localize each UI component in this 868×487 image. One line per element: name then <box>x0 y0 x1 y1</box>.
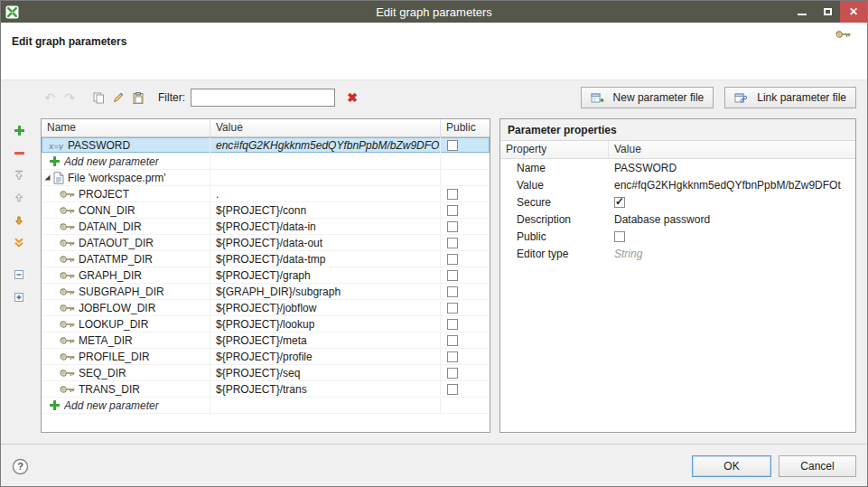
public-checkbox[interactable] <box>447 189 458 200</box>
property-row[interactable]: Public <box>500 228 855 245</box>
move-top-icon[interactable] <box>11 167 27 183</box>
param-name-label: DATATMP_DIR <box>79 253 153 266</box>
public-checkbox[interactable] <box>447 254 458 265</box>
param-public-cell <box>441 349 490 364</box>
parameter-icon: x=y <box>49 141 64 150</box>
minimize-icon <box>798 14 807 15</box>
param-value-cell: ${PROJECT}/data-in <box>210 219 441 234</box>
ok-button[interactable]: OK <box>692 455 771 477</box>
property-row[interactable]: Secure <box>500 193 855 211</box>
add-parameter-icon[interactable] <box>11 122 27 138</box>
property-value[interactable]: PASSWORD <box>609 162 855 174</box>
parameter-row[interactable]: DATAOUT_DIR${PROJECT}/data-out <box>42 235 490 251</box>
add-icon[interactable] <box>49 399 61 411</box>
parameter-row[interactable]: CONN_DIR${PROJECT}/conn <box>42 202 490 219</box>
property-row[interactable]: DescriptionDatabase password <box>500 211 855 228</box>
parameter-row[interactable]: x=yPASSWORDenc#fqG2KHgkknm5edQYfbnPpbM/b… <box>42 137 490 154</box>
new-parameter-file-button[interactable]: New parameter file <box>581 87 714 108</box>
column-header-value[interactable]: Value <box>210 119 441 136</box>
collapse-all-icon[interactable] <box>11 267 27 283</box>
property-value[interactable]: enc#fqG2KHgkknm5edQYfbnPpbM/bZw9DFOt <box>609 179 855 192</box>
move-bottom-icon[interactable] <box>11 235 27 251</box>
undo-icon[interactable]: ↶ <box>41 89 59 107</box>
public-checkbox[interactable] <box>614 231 625 242</box>
param-name-label: JOBFLOW_DIR <box>79 302 155 314</box>
param-value-cell: ${PROJECT}/trans <box>210 381 441 397</box>
expand-all-icon[interactable] <box>11 289 27 305</box>
public-checkbox[interactable] <box>447 238 458 248</box>
parameter-row[interactable]: JOBFLOW_DIR${PROJECT}/jobflow <box>42 300 490 316</box>
property-name: Secure <box>500 196 609 209</box>
parameter-table-header: Name Value Public <box>42 119 490 137</box>
parameter-row[interactable]: PROJECT. <box>42 186 490 202</box>
side-toolbar <box>6 118 32 433</box>
property-value[interactable]: Database password <box>609 213 855 226</box>
edit-icon[interactable] <box>109 89 127 107</box>
public-checkbox[interactable] <box>447 384 458 395</box>
maximize-button[interactable] <box>815 1 840 23</box>
minimize-button[interactable] <box>789 1 815 23</box>
parameter-row[interactable]: META_DIR${PROJECT}/meta <box>42 332 490 349</box>
public-checkbox[interactable] <box>447 286 458 297</box>
property-value[interactable]: String <box>609 248 855 260</box>
add-icon[interactable] <box>49 155 61 167</box>
file-icon <box>53 172 64 184</box>
parameter-row[interactable]: DATAIN_DIR${PROJECT}/data-in <box>42 219 490 235</box>
public-checkbox[interactable] <box>447 205 458 216</box>
public-checkbox[interactable] <box>447 140 458 151</box>
parameter-row[interactable]: GRAPH_DIR${PROJECT}/graph <box>42 267 490 284</box>
key-icon <box>60 304 75 313</box>
dialog-header: Edit graph parameters <box>1 23 867 80</box>
move-down-icon[interactable] <box>11 212 27 229</box>
redo-icon[interactable]: ↷ <box>61 89 79 107</box>
titlebar: Edit graph parameters ✕ <box>1 1 867 23</box>
public-checkbox[interactable] <box>447 368 458 379</box>
property-row[interactable]: Editor typeString <box>500 245 855 262</box>
add-new-parameter-row[interactable]: Add new parameter <box>42 398 490 414</box>
parameter-row[interactable]: SEQ_DIR${PROJECT}/seq <box>42 365 490 381</box>
parameter-file-row[interactable]: File 'workspace.prm' <box>42 170 490 186</box>
parameter-row[interactable]: LOOKUP_DIR${PROJECT}/lookup <box>42 316 490 332</box>
public-checkbox[interactable] <box>447 270 458 281</box>
add-new-parameter-row[interactable]: Add new parameter <box>42 154 490 170</box>
param-value-cell <box>210 154 441 169</box>
expander-icon[interactable] <box>43 173 51 182</box>
clear-filter-icon[interactable]: ✖ <box>344 89 360 106</box>
param-name-label: SEQ_DIR <box>79 367 126 379</box>
column-header-public[interactable]: Public <box>441 119 490 136</box>
copy-icon[interactable] <box>89 89 107 107</box>
close-button[interactable]: ✕ <box>840 1 867 23</box>
content-area: Name Value Public x=yPASSWORDenc#fqG2KHg… <box>1 115 867 444</box>
parameter-row[interactable]: TRANS_DIR${PROJECT}/trans <box>42 381 490 398</box>
key-icon <box>60 320 75 329</box>
public-checkbox[interactable] <box>447 319 458 330</box>
paste-icon[interactable] <box>129 89 147 107</box>
public-checkbox[interactable] <box>447 221 458 232</box>
help-icon[interactable]: ? <box>12 458 29 475</box>
properties-header: Property Value <box>500 141 855 159</box>
remove-parameter-icon[interactable] <box>11 145 27 161</box>
filter-input[interactable] <box>191 89 335 107</box>
secure-checkbox[interactable] <box>614 197 625 208</box>
param-value-cell: enc#fqG2KHgkknm5edQYfbnPpbM/bZw9DFOt <box>210 137 441 153</box>
public-checkbox[interactable] <box>447 303 458 314</box>
param-public-cell <box>441 235 490 250</box>
param-value-cell: ${PROJECT}/data-tmp <box>210 251 441 267</box>
key-icon <box>60 352 75 361</box>
public-checkbox[interactable] <box>447 335 458 346</box>
property-row[interactable]: NamePASSWORD <box>500 159 855 176</box>
column-header-name[interactable]: Name <box>42 119 210 136</box>
parameter-row[interactable]: DATATMP_DIR${PROJECT}/data-tmp <box>42 251 490 267</box>
public-checkbox[interactable] <box>447 351 458 362</box>
move-up-icon[interactable] <box>11 190 27 206</box>
cancel-button[interactable]: Cancel <box>779 455 856 477</box>
parameter-row[interactable]: PROFILE_DIR${PROJECT}/profile <box>42 349 490 365</box>
param-public-cell <box>441 170 490 185</box>
param-public-cell <box>441 365 490 380</box>
parameter-table: Name Value Public x=yPASSWORDenc#fqG2KHg… <box>41 118 490 433</box>
property-value <box>609 197 855 208</box>
property-row[interactable]: Valueenc#fqG2KHgkknm5edQYfbnPpbM/bZw9DFO… <box>500 176 855 193</box>
param-value-cell: ${PROJECT}/graph <box>210 267 441 283</box>
parameter-row[interactable]: SUBGRAPH_DIR${GRAPH_DIR}/subgraph <box>42 284 490 300</box>
link-parameter-file-button[interactable]: Link parameter file <box>724 87 856 108</box>
